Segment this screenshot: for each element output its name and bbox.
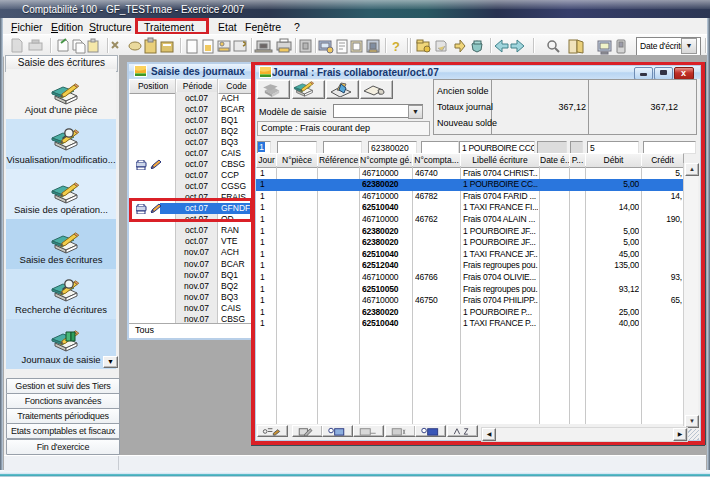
svg-text:?: ?	[392, 39, 400, 54]
